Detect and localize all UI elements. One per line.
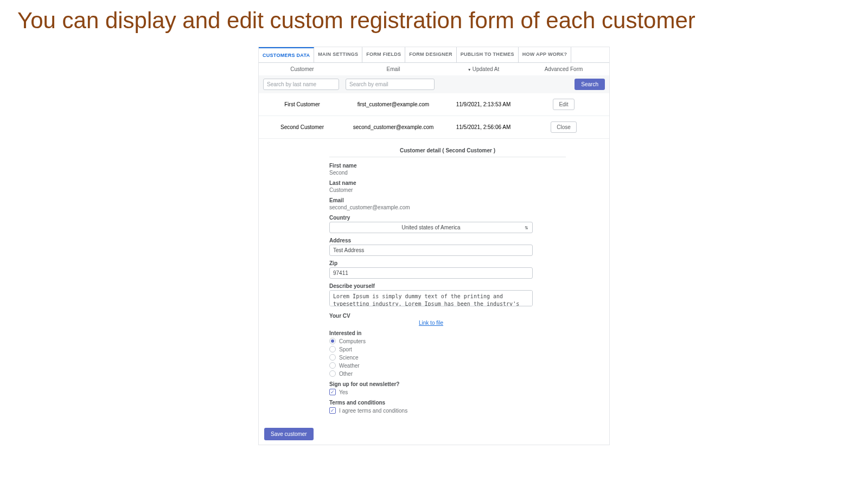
sort-desc-icon: ▼ [468, 68, 471, 72]
describe-textarea[interactable] [329, 290, 533, 306]
field-cv: Your CV Link to file [329, 313, 566, 326]
cell-email: second_customer@example.com [346, 124, 441, 130]
field-country: Country [329, 215, 566, 233]
page-title: You can display and edit custom registra… [0, 0, 868, 47]
address-input[interactable] [329, 245, 533, 256]
col-customer[interactable]: Customer [259, 66, 346, 72]
table-header: Customer Email ▼Updated At Advanced Form [259, 63, 609, 75]
check-label: Yes [339, 389, 348, 395]
radio-icon [329, 338, 336, 344]
value-last-name: Customer [329, 187, 566, 193]
tab-form-fields[interactable]: FORM FIELDS [362, 47, 405, 62]
check-icon: ✓ [329, 389, 336, 395]
col-action: Advanced Form [526, 66, 602, 72]
radio-label: Science [339, 355, 359, 361]
radio-icon [329, 370, 336, 377]
radio-icon [329, 354, 336, 361]
check-icon: ✓ [329, 407, 336, 414]
tab-customers-data[interactable]: CUSTOMERS DATA [259, 47, 314, 62]
cell-email: first_customer@example.com [346, 101, 441, 107]
field-newsletter: Sign up for out newsletter? ✓Yes [329, 381, 566, 395]
customer-detail-panel: Customer detail ( Second Customer ) Firs… [259, 139, 609, 423]
value-email: second_customer@example.com [329, 204, 566, 210]
label-newsletter: Sign up for out newsletter? [329, 381, 566, 387]
country-select[interactable] [329, 222, 533, 233]
radio-science[interactable]: Science [329, 354, 566, 361]
field-first-name: First name Second [329, 163, 566, 176]
radio-icon [329, 346, 336, 352]
label-interested: Interested in [329, 330, 566, 336]
radio-label: Weather [339, 363, 360, 369]
radio-computers[interactable]: Computers [329, 338, 566, 344]
radio-weather[interactable]: Weather [329, 362, 566, 369]
field-zip: Zip [329, 260, 566, 279]
edit-button[interactable]: Edit [553, 99, 574, 110]
label-first-name: First name [329, 163, 566, 169]
search-lastname-input[interactable] [263, 79, 339, 90]
cell-customer: Second Customer [259, 124, 346, 130]
label-cv: Your CV [329, 313, 566, 319]
radio-sport[interactable]: Sport [329, 346, 566, 352]
field-address: Address [329, 237, 566, 256]
search-email-input[interactable] [346, 79, 435, 90]
cv-link[interactable]: Link to file [329, 320, 533, 326]
detail-title: Customer detail ( Second Customer ) [329, 144, 566, 157]
cell-updated: 11/5/2021, 2:56:06 AM [441, 124, 526, 130]
search-button[interactable]: Search [575, 79, 605, 90]
filter-row: Search [259, 75, 609, 93]
col-updated[interactable]: ▼Updated At [441, 66, 526, 72]
zip-input[interactable] [329, 267, 533, 279]
label-zip: Zip [329, 260, 566, 266]
tabs-bar: CUSTOMERS DATA MAIN SETTINGS FORM FIELDS… [259, 47, 609, 63]
cell-customer: First Customer [259, 101, 346, 107]
save-customer-button[interactable]: Save customer [264, 428, 314, 440]
checkbox-newsletter[interactable]: ✓Yes [329, 389, 566, 395]
radio-icon [329, 362, 336, 369]
radio-label: Sport [339, 346, 352, 352]
radio-label: Computers [339, 338, 366, 344]
tab-how-app-work[interactable]: HOW APP WORK? [519, 47, 572, 62]
cell-updated: 11/9/2021, 2:13:53 AM [441, 101, 526, 107]
table-row: Second Customer second_customer@example.… [259, 116, 609, 139]
checkbox-terms[interactable]: ✓I agree terms and conditions [329, 407, 566, 414]
col-email[interactable]: Email [346, 66, 441, 72]
label-email: Email [329, 197, 566, 203]
customers-table: Customer Email ▼Updated At Advanced Form… [259, 63, 609, 139]
cell-action: Close [526, 121, 602, 133]
field-interested: Interested in Computers Sport Science We… [329, 330, 566, 377]
radio-label: Other [339, 371, 353, 377]
field-last-name: Last name Customer [329, 180, 566, 193]
tab-main-settings[interactable]: MAIN SETTINGS [314, 47, 362, 62]
field-terms: Terms and conditions ✓I agree terms and … [329, 400, 566, 414]
value-first-name: Second [329, 170, 566, 176]
tab-form-designer[interactable]: FORM DESIGNER [405, 47, 457, 62]
label-terms: Terms and conditions [329, 400, 566, 406]
app-container: CUSTOMERS DATA MAIN SETTINGS FORM FIELDS… [258, 47, 610, 445]
radio-other[interactable]: Other [329, 370, 566, 377]
field-email: Email second_customer@example.com [329, 197, 566, 210]
col-updated-label: Updated At [473, 66, 499, 72]
label-last-name: Last name [329, 180, 566, 186]
check-label: I agree terms and conditions [339, 408, 407, 414]
table-row: First Customer first_customer@example.co… [259, 93, 609, 116]
label-describe: Describe yourself [329, 283, 566, 289]
tab-publish-themes[interactable]: PUBLISH TO THEMES [457, 47, 519, 62]
close-button[interactable]: Close [551, 121, 577, 133]
cell-action: Edit [526, 99, 602, 110]
label-country: Country [329, 215, 566, 221]
label-address: Address [329, 237, 566, 243]
field-describe: Describe yourself [329, 283, 566, 309]
